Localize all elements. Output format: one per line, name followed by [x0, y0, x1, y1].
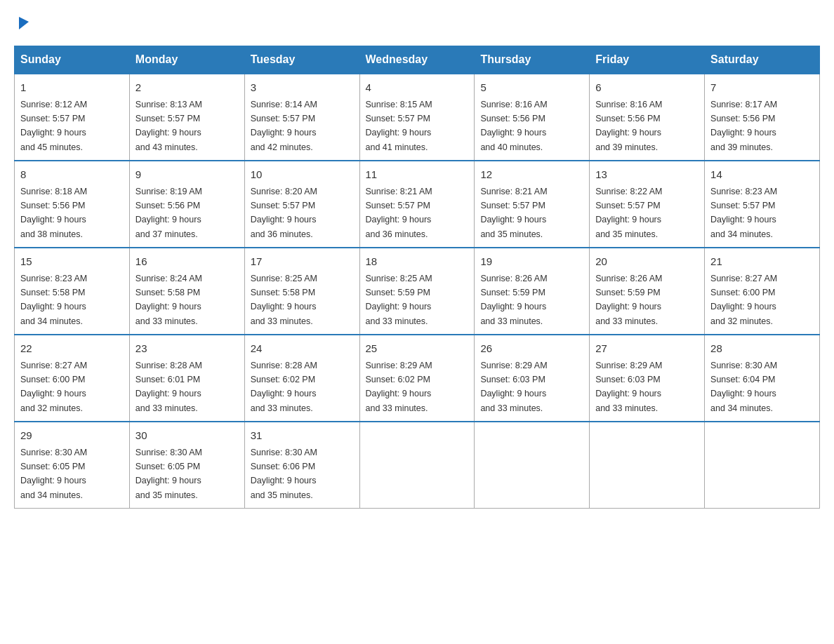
day-number: 26	[480, 341, 583, 357]
weekday-header-friday: Friday	[590, 46, 705, 74]
calendar-cell	[590, 422, 705, 509]
day-info: Sunrise: 8:22 AMSunset: 5:57 PMDaylight:…	[595, 187, 662, 239]
day-number: 6	[595, 80, 699, 96]
calendar-cell: 20 Sunrise: 8:26 AMSunset: 5:59 PMDaylig…	[590, 248, 705, 335]
day-info: Sunrise: 8:16 AMSunset: 5:56 PMDaylight:…	[595, 100, 662, 152]
calendar-cell: 13 Sunrise: 8:22 AMSunset: 5:57 PMDaylig…	[590, 161, 705, 248]
calendar-table: SundayMondayTuesdayWednesdayThursdayFrid…	[14, 46, 820, 509]
day-info: Sunrise: 8:14 AMSunset: 5:57 PMDaylight:…	[251, 100, 317, 152]
calendar-cell: 16 Sunrise: 8:24 AMSunset: 5:58 PMDaylig…	[129, 248, 244, 335]
day-info: Sunrise: 8:25 AMSunset: 5:58 PMDaylight:…	[251, 274, 317, 326]
day-info: Sunrise: 8:20 AMSunset: 5:57 PMDaylight:…	[251, 187, 317, 239]
day-number: 28	[710, 341, 814, 357]
calendar-cell: 2 Sunrise: 8:13 AMSunset: 5:57 PMDayligh…	[129, 74, 244, 161]
calendar-week-row: 15 Sunrise: 8:23 AMSunset: 5:58 PMDaylig…	[15, 248, 820, 335]
day-number: 5	[480, 80, 583, 96]
svg-marker-0	[19, 17, 29, 29]
calendar-cell: 18 Sunrise: 8:25 AMSunset: 5:59 PMDaylig…	[359, 248, 475, 335]
day-number: 29	[20, 428, 124, 444]
calendar-week-row: 29 Sunrise: 8:30 AMSunset: 6:05 PMDaylig…	[15, 422, 820, 509]
day-number: 1	[20, 80, 124, 96]
calendar-cell: 15 Sunrise: 8:23 AMSunset: 5:58 PMDaylig…	[15, 248, 130, 335]
day-number: 10	[251, 167, 354, 183]
day-info: Sunrise: 8:21 AMSunset: 5:57 PMDaylight:…	[480, 187, 547, 239]
day-number: 21	[710, 254, 814, 270]
day-info: Sunrise: 8:12 AMSunset: 5:57 PMDaylight:…	[20, 100, 87, 152]
day-info: Sunrise: 8:29 AMSunset: 6:02 PMDaylight:…	[366, 361, 432, 413]
calendar-cell: 22 Sunrise: 8:27 AMSunset: 6:00 PMDaylig…	[15, 335, 130, 422]
calendar-cell: 31 Sunrise: 8:30 AMSunset: 6:06 PMDaylig…	[244, 422, 359, 509]
day-info: Sunrise: 8:17 AMSunset: 5:56 PMDaylight:…	[710, 100, 777, 152]
day-number: 20	[595, 254, 699, 270]
day-number: 25	[366, 341, 469, 357]
day-info: Sunrise: 8:30 AMSunset: 6:06 PMDaylight:…	[251, 448, 317, 500]
day-number: 22	[20, 341, 124, 357]
day-info: Sunrise: 8:19 AMSunset: 5:56 PMDaylight:…	[135, 187, 202, 239]
day-info: Sunrise: 8:24 AMSunset: 5:58 PMDaylight:…	[135, 274, 202, 326]
weekday-header-tuesday: Tuesday	[244, 46, 359, 74]
weekday-header-wednesday: Wednesday	[359, 46, 475, 74]
day-number: 16	[135, 254, 239, 270]
day-number: 12	[480, 167, 583, 183]
weekday-header-monday: Monday	[129, 46, 244, 74]
day-number: 19	[480, 254, 583, 270]
calendar-cell: 5 Sunrise: 8:16 AMSunset: 5:56 PMDayligh…	[475, 74, 590, 161]
day-number: 2	[135, 80, 239, 96]
day-number: 15	[20, 254, 124, 270]
calendar-cell: 26 Sunrise: 8:29 AMSunset: 6:03 PMDaylig…	[475, 335, 590, 422]
day-info: Sunrise: 8:30 AMSunset: 6:05 PMDaylight:…	[20, 448, 87, 500]
day-info: Sunrise: 8:28 AMSunset: 6:01 PMDaylight:…	[135, 361, 202, 413]
calendar-cell: 4 Sunrise: 8:15 AMSunset: 5:57 PMDayligh…	[359, 74, 475, 161]
day-number: 4	[366, 80, 469, 96]
calendar-cell: 8 Sunrise: 8:18 AMSunset: 5:56 PMDayligh…	[15, 161, 130, 248]
calendar-cell: 27 Sunrise: 8:29 AMSunset: 6:03 PMDaylig…	[590, 335, 705, 422]
day-info: Sunrise: 8:18 AMSunset: 5:56 PMDaylight:…	[20, 187, 87, 239]
day-info: Sunrise: 8:29 AMSunset: 6:03 PMDaylight:…	[595, 361, 662, 413]
day-number: 17	[251, 254, 354, 270]
calendar-cell: 12 Sunrise: 8:21 AMSunset: 5:57 PMDaylig…	[475, 161, 590, 248]
day-number: 11	[366, 167, 469, 183]
calendar-week-row: 1 Sunrise: 8:12 AMSunset: 5:57 PMDayligh…	[15, 74, 820, 161]
day-info: Sunrise: 8:30 AMSunset: 6:05 PMDaylight:…	[135, 448, 202, 500]
day-number: 7	[710, 80, 814, 96]
day-info: Sunrise: 8:27 AMSunset: 6:00 PMDaylight:…	[710, 274, 777, 326]
day-number: 31	[251, 428, 354, 444]
calendar-cell: 1 Sunrise: 8:12 AMSunset: 5:57 PMDayligh…	[15, 74, 130, 161]
day-info: Sunrise: 8:23 AMSunset: 5:57 PMDaylight:…	[710, 187, 777, 239]
calendar-cell: 24 Sunrise: 8:28 AMSunset: 6:02 PMDaylig…	[244, 335, 359, 422]
day-info: Sunrise: 8:28 AMSunset: 6:02 PMDaylight:…	[251, 361, 317, 413]
calendar-cell: 9 Sunrise: 8:19 AMSunset: 5:56 PMDayligh…	[129, 161, 244, 248]
calendar-cell: 3 Sunrise: 8:14 AMSunset: 5:57 PMDayligh…	[244, 74, 359, 161]
day-number: 3	[251, 80, 354, 96]
calendar-cell: 7 Sunrise: 8:17 AMSunset: 5:56 PMDayligh…	[705, 74, 820, 161]
calendar-cell: 11 Sunrise: 8:21 AMSunset: 5:57 PMDaylig…	[359, 161, 475, 248]
day-info: Sunrise: 8:21 AMSunset: 5:57 PMDaylight:…	[366, 187, 432, 239]
day-info: Sunrise: 8:15 AMSunset: 5:57 PMDaylight:…	[366, 100, 432, 152]
calendar-cell: 14 Sunrise: 8:23 AMSunset: 5:57 PMDaylig…	[705, 161, 820, 248]
day-info: Sunrise: 8:16 AMSunset: 5:56 PMDaylight:…	[480, 100, 547, 152]
page-header	[14, 14, 820, 32]
day-info: Sunrise: 8:25 AMSunset: 5:59 PMDaylight:…	[366, 274, 432, 326]
day-number: 13	[595, 167, 699, 183]
calendar-cell: 29 Sunrise: 8:30 AMSunset: 6:05 PMDaylig…	[15, 422, 130, 509]
weekday-header-sunday: Sunday	[15, 46, 130, 74]
day-number: 18	[366, 254, 469, 270]
weekday-header-thursday: Thursday	[475, 46, 590, 74]
calendar-cell: 23 Sunrise: 8:28 AMSunset: 6:01 PMDaylig…	[129, 335, 244, 422]
day-info: Sunrise: 8:26 AMSunset: 5:59 PMDaylight:…	[595, 274, 662, 326]
calendar-week-row: 22 Sunrise: 8:27 AMSunset: 6:00 PMDaylig…	[15, 335, 820, 422]
day-number: 27	[595, 341, 699, 357]
day-info: Sunrise: 8:23 AMSunset: 5:58 PMDaylight:…	[20, 274, 87, 326]
day-info: Sunrise: 8:27 AMSunset: 6:00 PMDaylight:…	[20, 361, 87, 413]
day-info: Sunrise: 8:13 AMSunset: 5:57 PMDaylight:…	[135, 100, 202, 152]
day-number: 9	[135, 167, 239, 183]
day-number: 14	[710, 167, 814, 183]
calendar-cell: 25 Sunrise: 8:29 AMSunset: 6:02 PMDaylig…	[359, 335, 475, 422]
calendar-cell: 10 Sunrise: 8:20 AMSunset: 5:57 PMDaylig…	[244, 161, 359, 248]
calendar-cell: 30 Sunrise: 8:30 AMSunset: 6:05 PMDaylig…	[129, 422, 244, 509]
day-number: 24	[251, 341, 354, 357]
day-info: Sunrise: 8:26 AMSunset: 5:59 PMDaylight:…	[480, 274, 547, 326]
logo-arrow-icon	[16, 14, 32, 32]
calendar-cell: 21 Sunrise: 8:27 AMSunset: 6:00 PMDaylig…	[705, 248, 820, 335]
day-number: 23	[135, 341, 239, 357]
